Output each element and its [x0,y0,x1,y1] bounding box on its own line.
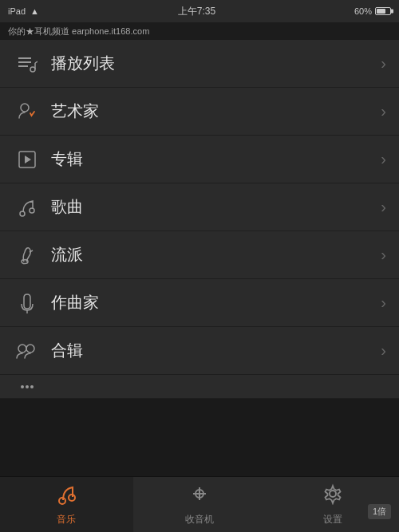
svg-line-5 [35,61,38,63]
tab-music-label: 音乐 [57,513,76,526]
svg-point-15 [26,345,34,353]
artist-chevron: › [381,102,386,120]
svg-point-17 [26,385,29,388]
svg-point-11 [22,259,28,263]
battery-icon [375,7,391,15]
status-left: iPad ▲ [8,6,39,16]
settings-tab-icon [322,483,344,510]
songs-chevron: › [381,198,386,216]
genre-icon [13,241,41,270]
tab-radio-label: 收音机 [185,513,214,526]
playlist-label: 播放列表 [51,53,381,74]
songs-label: 歌曲 [51,196,381,218]
menu-item-songs[interactable]: 歌曲 › [0,183,399,231]
version-badge: 1倍 [368,504,391,519]
svg-point-24 [330,491,336,497]
more-icon [13,375,41,399]
menu-item-album[interactable]: 专辑 › [0,136,399,183]
svg-point-9 [20,211,25,216]
menu-item-playlist[interactable]: 播放列表 › [0,40,399,88]
svg-point-10 [30,208,34,213]
composer-label: 作曲家 [51,292,381,313]
menu-list: 播放列表 › 艺术家 › 专辑 › [0,40,399,399]
album-label: 专辑 [51,148,381,170]
playlist-icon [13,49,41,78]
svg-point-14 [18,345,26,353]
compilation-label: 合辑 [51,340,381,361]
notification-text: 你的★耳机频道 earphone.it168.com [8,26,149,37]
menu-item-genre[interactable]: 流派 › [0,231,399,279]
svg-point-19 [59,498,65,504]
composer-chevron: › [381,294,386,312]
menu-item-more[interactable] [0,375,399,399]
music-tab-icon [55,483,77,510]
artist-label: 艺术家 [51,100,381,122]
tab-bar: 音乐 收音机 设置 [0,476,399,532]
genre-chevron: › [381,246,386,264]
status-bar: iPad ▲ 上午7:35 60% [0,0,399,22]
svg-point-16 [21,385,24,388]
tab-music[interactable]: 音乐 [0,477,133,532]
notification-bar: 你的★耳机频道 earphone.it168.com [0,22,399,40]
tab-settings-label: 设置 [323,513,342,526]
menu-item-artist[interactable]: 艺术家 › [0,88,399,136]
compilation-chevron: › [381,341,386,360]
menu-item-compilation[interactable]: 合辑 › [0,327,399,375]
tab-radio[interactable]: 收音机 [133,477,267,532]
album-chevron: › [381,150,386,168]
genre-label: 流派 [51,244,381,266]
artist-icon [13,97,41,126]
status-time: 上午7:35 [178,5,215,18]
radio-tab-icon [188,483,211,510]
songs-icon [13,193,41,222]
album-icon [13,145,41,174]
content-area: 播放列表 › 艺术家 › 专辑 › [0,40,399,476]
device-name: iPad [8,6,26,16]
svg-point-3 [30,67,35,72]
playlist-chevron: › [381,54,386,73]
composer-icon [13,289,41,317]
battery-percent: 60% [354,6,372,16]
wifi-icon: ▲ [30,6,39,16]
menu-item-composer[interactable]: 作曲家 › [0,279,399,327]
svg-point-18 [30,385,34,388]
svg-point-6 [21,104,29,112]
status-right: 60% [354,6,391,16]
svg-marker-8 [25,156,31,164]
compilation-icon [13,337,41,365]
